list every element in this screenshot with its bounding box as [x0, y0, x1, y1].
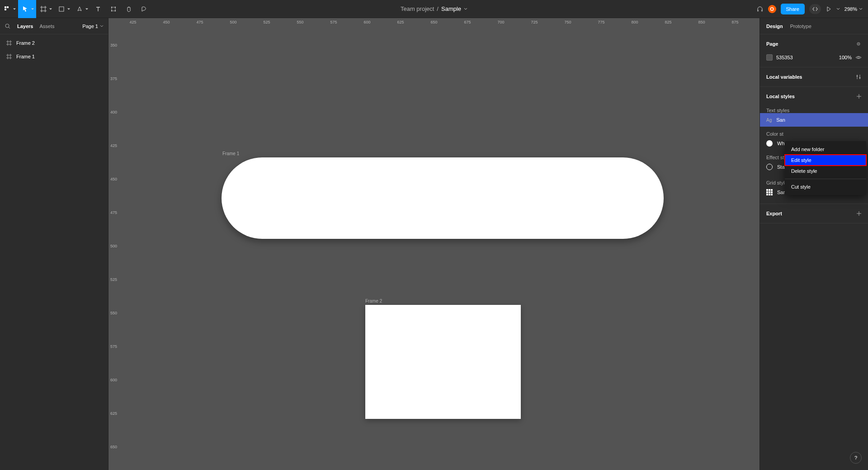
svg-point-23	[858, 43, 859, 44]
chevron-down-icon[interactable]	[464, 7, 467, 11]
chevron-down-icon	[67, 8, 70, 9]
text-style-row[interactable]: Ag San	[760, 113, 868, 127]
page-color-swatch[interactable]	[766, 54, 773, 61]
ruler-h-tick: 650	[430, 20, 437, 24]
canvas-inner[interactable]: Frame 1 Frame 2	[119, 28, 760, 470]
chevron-down-icon	[85, 8, 88, 9]
svg-line-13	[9, 27, 10, 28]
frame1-label[interactable]: Frame 1	[222, 151, 239, 156]
tab-prototype[interactable]: Prototype	[790, 24, 811, 29]
hand-tool-button[interactable]	[121, 0, 137, 18]
help-label: ?	[854, 455, 857, 461]
local-styles-title: Local styles	[766, 94, 795, 99]
ruler-v-tick: 575	[110, 344, 117, 349]
resources-button[interactable]	[106, 0, 121, 18]
zoom-control[interactable]: 298%	[844, 6, 863, 12]
frame1[interactable]	[222, 157, 664, 239]
frame-icon	[6, 54, 12, 59]
local-variables-title: Local variables	[766, 74, 802, 80]
tab-layers[interactable]: Layers	[17, 24, 33, 29]
ruler-v-tick: 525	[110, 277, 117, 282]
plus-icon[interactable]	[856, 211, 862, 216]
ruler-v-tick: 550	[110, 311, 117, 315]
breadcrumb-team[interactable]: Team project	[401, 5, 434, 12]
ctx-delete-style[interactable]: Delete style	[785, 166, 866, 176]
page-selector[interactable]: Page 1	[82, 24, 104, 29]
share-button[interactable]: Share	[781, 4, 805, 14]
ruler-h-tick: 525	[263, 20, 270, 24]
ctx-cut-style[interactable]: Cut style	[785, 181, 866, 192]
text-tool-button[interactable]	[90, 0, 106, 18]
ruler-h-tick: 600	[363, 20, 370, 24]
right-panel: Design Prototype Page 535353 100% Local …	[760, 18, 868, 470]
settings-sliders-icon[interactable]	[855, 74, 862, 80]
ruler-corner	[108, 18, 119, 28]
chevron-down-icon	[859, 7, 863, 11]
page-color-opacity[interactable]: 100%	[839, 55, 852, 60]
svg-rect-1	[5, 9, 6, 10]
svg-point-27	[857, 76, 858, 77]
ruler-h-tick: 775	[598, 20, 604, 24]
breadcrumb[interactable]: Team project / Sample	[401, 5, 467, 12]
frame2[interactable]	[365, 305, 521, 419]
ruler-h-tick: 675	[464, 20, 471, 24]
canvas[interactable]: 4254504755005255505756006256506757007257…	[108, 18, 760, 470]
tab-assets[interactable]: Assets	[39, 24, 54, 29]
ruler-h-tick: 750	[564, 20, 571, 24]
ruler-h-tick: 550	[297, 20, 303, 24]
ruler-h-tick: 850	[698, 20, 705, 24]
move-tool-button[interactable]	[18, 0, 36, 18]
ruler-v-tick: 625	[110, 411, 117, 416]
tab-design[interactable]: Design	[766, 24, 783, 29]
shape-tool-button[interactable]	[54, 0, 72, 18]
layer-label: Frame 2	[16, 40, 35, 46]
frame-icon	[6, 40, 12, 46]
search-icon[interactable]	[5, 23, 11, 29]
page-section: Page 535353 100%	[760, 34, 868, 67]
dev-mode-toggle[interactable]	[809, 4, 821, 14]
svg-point-12	[5, 24, 9, 28]
chevron-down-icon	[13, 8, 16, 9]
export-title: Export	[766, 211, 782, 216]
avatar[interactable]: O	[768, 5, 776, 13]
ruler-h-tick: 800	[631, 20, 638, 24]
ruler-v-tick: 350	[110, 43, 117, 47]
right-panel-tabs: Design Prototype	[760, 18, 868, 34]
ctx-add-new-folder[interactable]: Add new folder	[785, 144, 866, 155]
rectangle-icon	[58, 6, 65, 12]
frame-tool-button[interactable]	[36, 0, 54, 18]
plus-icon[interactable]	[856, 94, 862, 99]
text-style-ag-icon: Ag	[766, 118, 772, 123]
comment-tool-button[interactable]	[137, 0, 152, 18]
frame2-label[interactable]: Frame 2	[365, 299, 382, 304]
svg-point-24	[858, 57, 859, 58]
chevron-down-icon[interactable]	[836, 7, 840, 11]
context-menu: Add new folder Edit style Delete style C…	[785, 141, 866, 195]
style-icon[interactable]	[855, 41, 862, 47]
main-menu-button[interactable]	[0, 0, 18, 18]
layer-item-frame1[interactable]: Frame 1	[0, 50, 108, 63]
local-variables-section: Local variables	[760, 67, 868, 87]
ruler-h-tick: 475	[196, 20, 203, 24]
pen-tool-button[interactable]	[72, 0, 90, 18]
ctx-label: Delete style	[791, 168, 817, 174]
ruler-v-tick: 600	[110, 378, 117, 382]
page-color-hex[interactable]: 535353	[776, 55, 793, 60]
play-icon[interactable]	[826, 6, 832, 12]
headphones-icon[interactable]	[756, 5, 764, 13]
page-section-title: Page	[766, 41, 778, 47]
ruler-v-tick: 375	[110, 76, 117, 81]
color-styles-heading: Color st	[766, 131, 783, 137]
ctx-edit-style[interactable]: Edit style	[785, 155, 866, 166]
top-toolbar: Team project / Sample O Share 298%	[0, 0, 868, 18]
avatar-initial: O	[770, 6, 774, 12]
left-panel-tabs: Layers Assets Page 1	[0, 18, 108, 34]
eye-icon[interactable]	[855, 54, 862, 61]
layer-item-frame2[interactable]: Frame 2	[0, 36, 108, 50]
chevron-down-icon	[31, 8, 34, 9]
ruler-h-tick: 700	[497, 20, 504, 24]
breadcrumb-file[interactable]: Sample	[441, 5, 461, 12]
ruler-v-tick: 500	[110, 244, 117, 248]
layer-list: Frame 2 Frame 1	[0, 34, 108, 63]
help-button[interactable]: ?	[850, 452, 862, 464]
